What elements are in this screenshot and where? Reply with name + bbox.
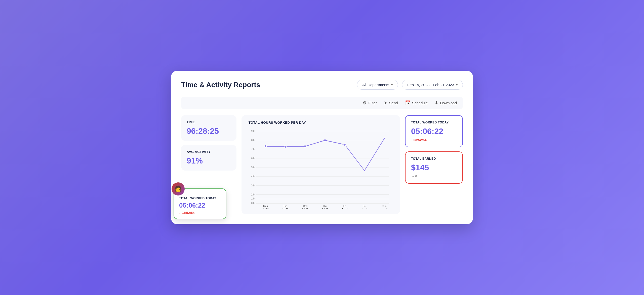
download-button[interactable]: ⬇ Download	[435, 100, 457, 106]
svg-text:Aug 1: Aug 1	[342, 208, 348, 209]
svg-text:0.0: 0.0	[251, 202, 255, 205]
down-arrow-icon: ↓	[411, 138, 413, 142]
content-area: TIME 96:28:25 AVG ACTIVITY 91% 🧑 TOTAL W…	[181, 115, 463, 214]
svg-text:Tue: Tue	[283, 205, 287, 208]
svg-text:Wed: Wed	[303, 205, 307, 208]
svg-point-20	[264, 145, 266, 148]
svg-text:Sat: Sat	[363, 205, 366, 208]
right-column: TOTAL WORKED TODAY 05:06:22 ↓ 03:52:54 T…	[405, 115, 463, 214]
svg-text:Aug 3: Aug 3	[381, 208, 388, 209]
svg-point-26	[384, 138, 385, 139]
svg-text:2.0: 2.0	[251, 193, 255, 196]
total-worked-label: TOTAL WORKED TODAY	[411, 121, 457, 124]
filter-label: Filter	[368, 101, 377, 105]
send-button[interactable]: ➤ Send	[384, 100, 398, 106]
svg-text:1.0: 1.0	[251, 197, 255, 200]
svg-text:6.0: 6.0	[251, 157, 255, 160]
chart-area: TOTAL HOURS WORKED PER DAY 9.0 8.0 7.0 6…	[242, 115, 400, 214]
svg-text:Sun: Sun	[382, 205, 386, 208]
line-chart: 9.0 8.0 7.0 6.0 5.0 4.0 3.0 2.0 1.0 0.0	[249, 128, 393, 209]
total-earned-card: TOTAL EARNED $145 → 0	[405, 151, 463, 184]
time-label: TIME	[187, 120, 231, 124]
filter-icon: ⚙	[363, 100, 367, 106]
download-label: Download	[440, 101, 457, 105]
schedule-icon: 📅	[405, 100, 410, 106]
send-label: Send	[389, 101, 398, 105]
svg-text:3.0: 3.0	[251, 184, 255, 187]
total-earned-value: $145	[411, 163, 457, 172]
svg-point-24	[344, 143, 346, 146]
svg-text:Fri: Fri	[343, 205, 346, 208]
svg-text:Thu: Thu	[323, 205, 327, 208]
total-earned-diff-value: → 0	[411, 174, 417, 178]
avg-activity-value: 91%	[187, 156, 231, 166]
svg-point-22	[304, 145, 306, 148]
svg-point-23	[324, 139, 326, 142]
svg-text:Jul 28: Jul 28	[262, 208, 269, 209]
filter-button[interactable]: ⚙ Filter	[363, 100, 377, 106]
departments-label: All Departments	[362, 83, 389, 87]
time-card: TIME 96:28:25	[181, 115, 236, 141]
total-worked-diff: ↓ 03:52:54	[411, 138, 457, 142]
chevron-down-icon: ▾	[456, 83, 458, 87]
popup-value: 05:06:22	[179, 202, 221, 209]
header: Time & Activity Reports All Departments …	[181, 80, 463, 90]
departments-dropdown[interactable]: All Departments ▾	[357, 80, 398, 90]
time-value: 96:28:25	[187, 126, 231, 136]
avg-activity-label: AVG ACTIVITY	[187, 150, 231, 154]
popup-diff: ↓ 03:52:54	[179, 211, 221, 215]
date-range-dropdown[interactable]: Feb 15, 2023 - Feb 21,2023 ▾	[402, 80, 463, 90]
total-earned-label: TOTAL EARNED	[411, 157, 457, 160]
svg-text:5.0: 5.0	[251, 166, 255, 169]
schedule-button[interactable]: 📅 Schedule	[405, 100, 428, 106]
svg-text:9.0: 9.0	[251, 129, 255, 133]
date-range-label: Feb 15, 2023 - Feb 21,2023	[407, 83, 454, 87]
svg-text:4.0: 4.0	[251, 175, 255, 178]
svg-text:Mon: Mon	[263, 205, 268, 208]
svg-point-21	[284, 145, 286, 148]
svg-text:7.0: 7.0	[251, 148, 255, 151]
svg-text:Aug 2: Aug 2	[361, 208, 368, 209]
left-column: TIME 96:28:25 AVG ACTIVITY 91% 🧑 TOTAL W…	[181, 115, 236, 214]
avatar: 🧑	[172, 182, 185, 195]
svg-point-25	[364, 170, 365, 171]
floating-popup: 🧑 TOTAL WORKED TODAY 05:06:22 ↓ 03:52:54	[174, 188, 226, 219]
send-icon: ➤	[384, 100, 387, 106]
down-arrow-icon: ↓	[179, 211, 181, 215]
page-title: Time & Activity Reports	[181, 81, 260, 89]
header-controls: All Departments ▾ Feb 15, 2023 - Feb 21,…	[357, 80, 463, 90]
chart-wrapper: 9.0 8.0 7.0 6.0 5.0 4.0 3.0 2.0 1.0 0.0	[249, 128, 393, 209]
total-worked-value: 05:06:22	[411, 127, 457, 136]
total-worked-diff-value: 03:52:54	[414, 138, 427, 142]
total-worked-today-card: TOTAL WORKED TODAY 05:06:22 ↓ 03:52:54	[405, 115, 463, 147]
chevron-down-icon: ▾	[391, 83, 393, 87]
svg-text:Jul 29: Jul 29	[282, 208, 289, 209]
svg-text:Jul 30: Jul 30	[302, 208, 308, 209]
toolbar: ⚙ Filter ➤ Send 📅 Schedule ⬇ Download	[181, 97, 463, 109]
popup-diff-value: 03:52:54	[182, 211, 195, 215]
svg-text:Jul 31: Jul 31	[322, 208, 328, 209]
main-card: Time & Activity Reports All Departments …	[171, 71, 473, 224]
popup-label: TOTAL WORKED TODAY	[179, 196, 221, 200]
svg-text:8.0: 8.0	[251, 139, 255, 142]
total-earned-diff: → 0	[411, 174, 457, 178]
download-icon: ⬇	[435, 100, 438, 106]
schedule-label: Schedule	[412, 101, 428, 105]
chart-title: TOTAL HOURS WORKED PER DAY	[249, 121, 393, 124]
avg-activity-card: AVG ACTIVITY 91%	[181, 145, 236, 171]
